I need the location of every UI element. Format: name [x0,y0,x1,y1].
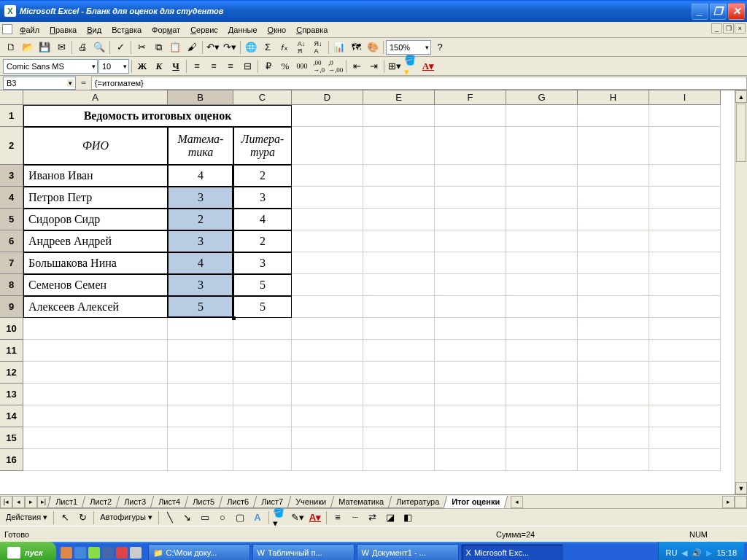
menu-view[interactable]: Вид [82,24,107,36]
ql-icon[interactable] [116,547,128,559]
cell[interactable] [506,230,578,252]
cell[interactable]: Ведомость итоговых оценок [23,105,292,127]
cell[interactable]: ФИО [23,127,168,165]
column-header[interactable]: H [578,90,649,105]
cell[interactable]: 5 [233,274,292,296]
save-button[interactable]: 💾 [36,39,53,55]
menu-window[interactable]: Окно [263,24,292,36]
sort-desc-button[interactable]: Я↓А [310,39,326,55]
cell[interactable] [649,165,721,187]
cell[interactable] [578,296,649,318]
open-button[interactable]: 📂 [20,39,36,55]
drawing-button[interactable]: 🎨 [365,39,381,55]
language-indicator[interactable]: RU [666,548,678,557]
cell[interactable] [363,105,435,127]
cell[interactable] [578,209,649,230]
cell[interactable] [292,449,363,471]
scroll-down-button[interactable]: ▼ [735,482,747,494]
function-button[interactable]: fₓ [276,39,293,55]
row-header[interactable]: 15 [0,427,23,449]
cell[interactable] [363,252,435,274]
horizontal-scrollbar[interactable]: ◂ ▸ [511,496,735,508]
cell[interactable] [435,187,506,209]
mdi-restore-button[interactable]: ❐ [723,23,734,34]
cell[interactable]: Андреев Андрей [23,230,168,252]
chart-button[interactable]: 📊 [331,39,347,55]
sheet-tab[interactable]: Итог оценки [444,496,508,508]
arrowstyle-button[interactable]: ⇄ [365,510,381,526]
row-header[interactable]: 12 [0,362,23,384]
cell[interactable] [363,187,435,209]
cell[interactable]: 5 [168,296,233,318]
spell-button[interactable]: ✓ [112,39,128,55]
cell[interactable] [506,340,578,362]
cell[interactable] [578,105,649,127]
tab-prev-button[interactable]: ◂ [12,496,25,508]
decrease-indent-button[interactable]: ⇤ [349,58,365,74]
cell[interactable] [506,105,578,127]
cell[interactable]: 4 [233,209,292,230]
3d-button[interactable]: ◧ [400,510,416,526]
textbox-button[interactable]: ▢ [232,510,248,526]
cell[interactable] [649,384,721,405]
cell[interactable] [649,318,721,340]
rectangle-button[interactable]: ▭ [197,510,213,526]
cell[interactable] [168,427,233,449]
cell[interactable] [578,449,649,471]
italic-button[interactable]: К [151,58,167,74]
align-left-button[interactable]: ≡ [189,58,205,74]
sheet-tab[interactable]: Литература [388,496,448,508]
line-button[interactable]: ╲ [162,510,178,526]
increase-decimal-button[interactable]: ,00→,0 [311,58,327,74]
fontcolor-draw-button[interactable]: А▾ [307,510,323,526]
cell[interactable] [363,384,435,405]
column-header[interactable]: E [363,90,435,105]
arrow-button[interactable]: ↘ [179,510,196,526]
cell[interactable] [506,209,578,230]
cell[interactable]: Иванов Иван [23,165,168,187]
row-header[interactable]: 10 [0,318,23,340]
preview-button[interactable]: 🔍 [91,39,107,55]
cell[interactable] [649,427,721,449]
row-header[interactable]: 1 [0,105,23,127]
comma-button[interactable]: 000 [294,58,310,74]
cell[interactable] [168,384,233,405]
cell[interactable] [649,209,721,230]
cell[interactable] [506,449,578,471]
cell[interactable] [233,449,292,471]
cell[interactable] [506,296,578,318]
cell[interactable] [168,318,233,340]
cell[interactable] [168,405,233,427]
cell[interactable] [363,405,435,427]
tray-icon[interactable]: 🔊 [692,548,702,558]
cell[interactable] [649,274,721,296]
mdi-close-button[interactable]: × [735,23,746,34]
cell[interactable] [649,449,721,471]
menu-insert[interactable]: Вставка [107,24,147,36]
zoom-combo[interactable]: 150% [386,40,431,55]
cell[interactable]: 5 [233,296,292,318]
cell[interactable] [363,165,435,187]
sheet-tab[interactable]: Лист5 [185,496,223,508]
taskbar-button[interactable]: XMicrosoft Exc... [461,544,563,560]
cell[interactable] [233,362,292,384]
shadow-button[interactable]: ◪ [382,510,398,526]
cell[interactable] [578,362,649,384]
cut-button[interactable]: ✂ [133,39,150,55]
cell[interactable] [292,362,363,384]
ql-icon[interactable] [61,547,72,559]
sheet-tab[interactable]: Лист6 [219,496,258,508]
cell[interactable] [233,427,292,449]
row-header[interactable]: 9 [0,296,23,318]
actions-menu[interactable]: Действия ▾ [3,513,50,522]
cell[interactable] [363,296,435,318]
cell[interactable] [363,274,435,296]
vertical-scrollbar[interactable]: ▲ ▼ [735,90,747,494]
sheet-tab[interactable]: Лист2 [82,496,120,508]
cell[interactable]: 3 [168,187,233,209]
new-button[interactable]: 🗋 [3,39,19,55]
dashstyle-button[interactable]: ┈ [347,510,363,526]
fill-handle[interactable] [232,316,236,320]
cell[interactable] [578,340,649,362]
cell[interactable]: Семенов Семен [23,274,168,296]
